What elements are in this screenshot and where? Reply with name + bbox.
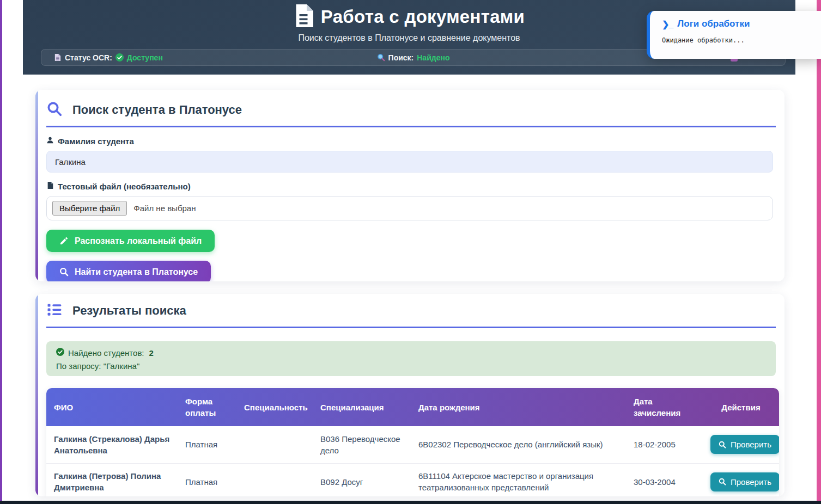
check-circle-icon [56, 348, 64, 358]
cell-birthdate: 6B11104 Актерское мастерство и организац… [411, 463, 626, 496]
document-icon [53, 53, 62, 62]
cell-specialty [236, 426, 313, 463]
search-icon [46, 101, 63, 119]
column-header-specialty: Специальность [236, 388, 313, 426]
cell-payment: Платная [178, 426, 236, 463]
bottom-edge-strip [0, 501, 821, 504]
search-icon [59, 267, 69, 276]
log-message: Ожидание обработки... [662, 36, 811, 44]
results-alert: Найдено студентов: 2 По запросу: "Галкин… [46, 341, 776, 376]
search-status: Поиск: Найдено [377, 53, 450, 62]
file-input: Выберите файл Файл не выбран [46, 196, 773, 220]
check-button[interactable]: Проверить [710, 435, 779, 454]
log-panel-title: Логи обработки [677, 19, 750, 29]
table-row: Галкина (Петрова) Полина Дмитриевна Плат… [46, 463, 779, 496]
document-icon [294, 4, 313, 29]
search-card-header: Поиск студента в Платонусе [46, 101, 776, 127]
results-card-title: Результаты поиска [72, 304, 186, 318]
column-header-actions: Действия [703, 388, 779, 426]
find-student-button[interactable]: Найти студента в Платонусе [46, 261, 211, 281]
column-header-payment: Форма оплаты [178, 388, 236, 426]
list-icon [46, 302, 63, 320]
query-line: По запросу: "Галкина" [56, 361, 766, 371]
check-circle-icon [115, 53, 124, 62]
search-card: Поиск студента в Платонусе Фамилия студе… [35, 90, 784, 281]
surname-input[interactable] [46, 151, 773, 173]
results-card-header: Результаты поиска [46, 302, 776, 328]
search-card-title: Поиск студента в Платонусе [72, 103, 242, 117]
app-page: Работа с документами Поиск студентов в П… [2, 0, 817, 504]
ocr-status: Статус OCR: Доступен [53, 53, 163, 62]
cell-specialization: B092 Досуг [313, 463, 411, 496]
choose-file-button[interactable]: Выберите файл [52, 201, 127, 216]
ocr-status-label: Статус OCR: [65, 53, 112, 62]
check-button-label: Проверить [731, 440, 771, 449]
found-label: Найдено студентов: [68, 348, 144, 358]
search-status-value: Найдено [417, 53, 449, 62]
ocr-status-value: Доступен [127, 53, 163, 62]
log-panel-header: ❯_ Логи обработки [662, 19, 811, 29]
check-button[interactable]: Проверить [710, 472, 779, 491]
person-icon [46, 136, 54, 146]
results-card: Результаты поиска Найдено студентов: 2 П… [35, 294, 784, 496]
column-header-fio: ФИО [46, 388, 178, 426]
search-icon [719, 478, 726, 485]
found-count: 2 [149, 348, 154, 358]
file-icon [46, 181, 54, 191]
cell-specialty [236, 463, 313, 496]
cell-fio: Галкина (Стрекалова) Дарья Анатольевна [46, 426, 178, 463]
cell-specialization: B036 Переводческое дело [313, 426, 411, 463]
cell-birthdate: 6B02302 Переводческое дело (английский я… [411, 426, 626, 463]
recognize-file-button[interactable]: Распознать локальный файл [46, 230, 215, 252]
table-row: Галкина (Стрекалова) Дарья Анатольевна П… [46, 426, 779, 463]
cell-enrolldate: 30-03-2004 [626, 463, 703, 496]
surname-label-text: Фамилия студента [58, 137, 134, 146]
test-file-label-text: Тестовый файл (необязательно) [58, 182, 191, 191]
column-header-birthdate: Дата рождения [411, 388, 626, 426]
terminal-prompt-icon: ❯_ [662, 19, 673, 29]
cell-payment: Платная [178, 463, 236, 496]
results-table: ФИО Форма оплаты Специальность Специализ… [46, 388, 779, 496]
surname-label: Фамилия студента [46, 136, 776, 146]
cell-enrolldate: 18-02-2005 [626, 426, 703, 463]
log-panel: ❯_ Логи обработки Ожидание обработки... [647, 11, 821, 59]
table-header-row: ФИО Форма оплаты Специальность Специализ… [46, 388, 779, 426]
find-student-button-label: Найти студента в Платонусе [75, 267, 198, 277]
search-icon [377, 53, 385, 62]
search-status-label: Поиск: [388, 53, 414, 62]
recognize-file-button-label: Распознать локальный файл [75, 236, 202, 246]
search-icon [719, 441, 726, 448]
pencil-icon [59, 236, 69, 245]
column-header-enrolldate: Дата зачисления [626, 388, 703, 426]
test-file-label: Тестовый файл (необязательно) [46, 181, 776, 191]
cell-fio: Галкина (Петрова) Полина Дмитриевна [46, 463, 178, 496]
page-title: Работа с документами [321, 7, 525, 27]
check-button-label: Проверить [731, 477, 771, 487]
file-status-text: Файл не выбран [133, 204, 196, 213]
column-header-specialization: Специализация [313, 388, 411, 426]
